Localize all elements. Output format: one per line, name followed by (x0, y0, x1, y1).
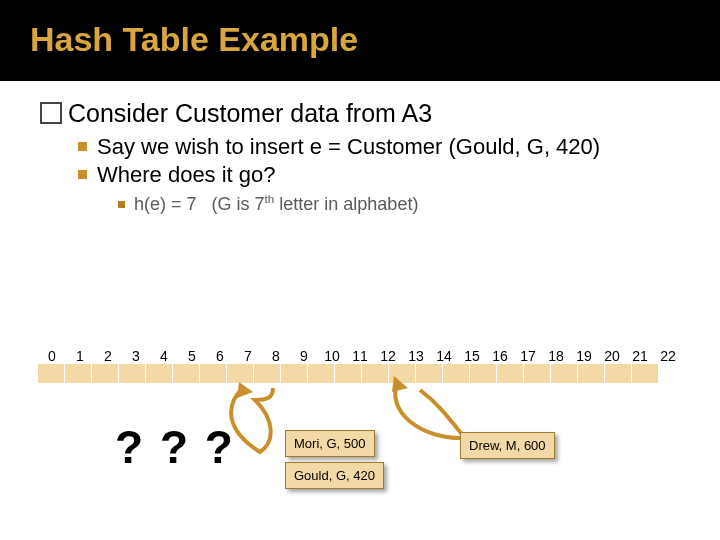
slot-cell (605, 364, 632, 384)
index-cell: 16 (486, 348, 514, 364)
slot-row (38, 364, 682, 384)
bullet-3-pre: h(e) = 7 (G is 7 (134, 194, 265, 214)
index-cell: 13 (402, 348, 430, 364)
bullet-level-2-b: Where does it go? (78, 162, 680, 188)
square-bullet-icon (78, 170, 87, 179)
index-cell: 18 (542, 348, 570, 364)
index-cell: 7 (234, 348, 262, 364)
slot-cell (335, 364, 362, 384)
index-cell: 17 (514, 348, 542, 364)
square-bullet-icon (78, 142, 87, 151)
index-cell: 3 (122, 348, 150, 364)
index-cell: 9 (290, 348, 318, 364)
index-cell: 19 (570, 348, 598, 364)
record-label-mori: Mori, G, 500 (285, 430, 375, 457)
slot-cell (524, 364, 551, 384)
slot-cell (119, 364, 146, 384)
bullet-2a-text: Say we wish to insert e = Customer (Goul… (97, 134, 600, 159)
index-cell: 4 (150, 348, 178, 364)
bullet-3-sup: th (265, 192, 275, 205)
svg-marker-1 (392, 376, 408, 392)
index-cell: 21 (626, 348, 654, 364)
index-cell: 2 (94, 348, 122, 364)
index-cell: 14 (430, 348, 458, 364)
slot-cell (65, 364, 92, 384)
index-cell: 10 (318, 348, 346, 364)
slot-cell (497, 364, 524, 384)
bullet-1-text: Consider Customer data from A3 (68, 99, 432, 127)
square-bullet-small-icon (118, 201, 125, 208)
index-cell: 12 (374, 348, 402, 364)
slot-cell (308, 364, 335, 384)
slot-cell (38, 364, 65, 384)
bullet-3-post: letter in alphabet) (274, 194, 418, 214)
bullet-level-2-a: Say we wish to insert e = Customer (Goul… (78, 134, 680, 160)
bullet-level-3: h(e) = 7 (G is 7th letter in alphabet) (118, 192, 680, 215)
slot-cell (92, 364, 119, 384)
checkbox-icon (40, 102, 62, 124)
index-cell: 8 (262, 348, 290, 364)
index-cell: 22 (654, 348, 682, 364)
index-cell: 1 (66, 348, 94, 364)
bullet-level-1: Consider Customer data from A3 (40, 99, 680, 128)
bullet-2b-text: Where does it go? (97, 162, 276, 187)
slot-cell (146, 364, 173, 384)
question-marks: ? ? ? (115, 420, 235, 474)
index-cell: 6 (206, 348, 234, 364)
slot-cell (173, 364, 200, 384)
index-cell: 0 (38, 348, 66, 364)
index-cell: 11 (346, 348, 374, 364)
index-cell: 15 (458, 348, 486, 364)
record-label-gould: Gould, G, 420 (285, 462, 384, 489)
record-label-drew: Drew, M, 600 (460, 432, 555, 459)
slot-cell (632, 364, 659, 384)
index-cell: 5 (178, 348, 206, 364)
index-cell: 20 (598, 348, 626, 364)
svg-marker-0 (237, 382, 253, 398)
slide-title: Hash Table Example (0, 0, 720, 81)
index-row: 012345678910111213141516171819202122 (38, 348, 682, 364)
slot-cell (578, 364, 605, 384)
slide-body: Consider Customer data from A3 Say we wi… (0, 81, 720, 215)
slot-cell (551, 364, 578, 384)
hash-table: 012345678910111213141516171819202122 (38, 348, 682, 384)
